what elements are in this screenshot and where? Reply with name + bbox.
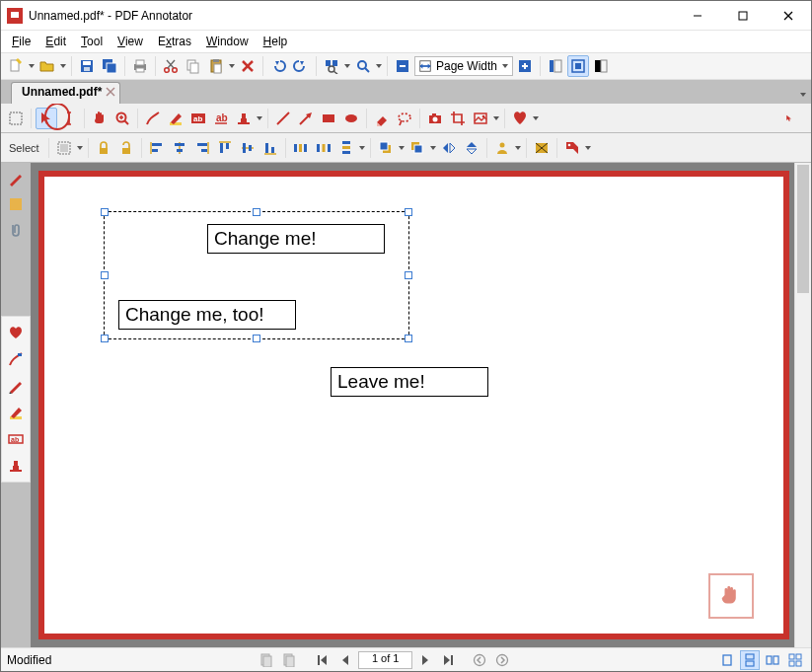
underline-tool[interactable]: ab [210,108,232,129]
text-tool[interactable]: ab [187,108,209,129]
nav-back-button[interactable] [470,650,489,670]
lv-note-icon[interactable] [4,192,28,216]
lv2-heart-icon[interactable] [4,320,28,345]
favorites-tool[interactable] [509,108,531,129]
document-tab[interactable]: Unnamed.pdf* [11,82,120,104]
group-dropdown[interactable] [514,137,522,159]
sel-handle-tl[interactable] [101,208,109,216]
stamp-tool[interactable] [233,108,255,129]
lv2-textbox-icon[interactable]: ab [4,426,28,452]
menu-window[interactable]: Window [200,33,255,50]
paste-button[interactable] [205,55,227,77]
tabbar-dropdown[interactable] [799,84,807,106]
view-continuous-button[interactable] [740,650,760,670]
send-back-dropdown[interactable] [429,137,437,159]
align-top-button[interactable] [214,137,236,159]
new-dropdown[interactable] [28,55,36,77]
pointer-tool[interactable] [36,108,57,129]
menu-edit[interactable]: Edit [39,33,72,50]
align-center-h-button[interactable] [169,137,190,159]
find-dropdown[interactable] [343,55,351,77]
sb-page-icon2[interactable] [279,650,299,670]
search-dropdown[interactable] [375,55,383,77]
image-dropdown[interactable] [492,108,500,129]
menu-help[interactable]: Help [258,33,294,50]
open-dropdown[interactable] [59,55,67,77]
tab-close-icon[interactable] [106,87,115,97]
view-grid-button[interactable] [785,650,805,670]
textbox-1[interactable]: Change me! [207,224,385,254]
bring-front-button[interactable] [375,137,397,159]
lv-pen-icon[interactable] [4,167,28,190]
delete-button[interactable] [237,55,258,77]
cut-button[interactable] [160,55,182,77]
sel-handle-bl[interactable] [101,335,109,342]
crop-tool[interactable] [447,108,469,129]
tag-dropdown[interactable] [584,137,592,159]
distribute-v-button[interactable] [335,137,357,159]
highlighter-tool[interactable] [165,108,186,129]
tag-button[interactable] [561,137,583,159]
sel-handle-tc[interactable] [253,208,260,216]
save-as-button[interactable] [99,55,120,77]
find-button[interactable] [321,55,342,77]
view-single-button[interactable] [717,650,737,670]
distribute-h-button[interactable] [290,137,312,159]
zoom-in-button[interactable] [514,55,536,77]
unlock-button[interactable] [115,137,137,159]
flip-v-button[interactable] [461,137,482,159]
zoom-tool[interactable] [111,108,133,129]
lv2-curve-icon[interactable] [4,346,28,372]
sb-page-icon1[interactable] [257,650,276,670]
undo-button[interactable] [267,55,289,77]
align-right-button[interactable] [191,137,213,159]
textbox-3[interactable]: Leave me! [331,367,488,397]
lv2-pencil-icon[interactable] [4,373,28,399]
nav-forward-button[interactable] [492,650,512,670]
paste-dropdown[interactable] [228,55,236,77]
lock-button[interactable] [93,137,114,159]
text-cursor-tool[interactable] [58,108,80,129]
pan-tool[interactable] [89,108,111,129]
copy-button[interactable] [183,55,204,77]
sel-handle-ml[interactable] [101,271,109,279]
flatten-button[interactable] [531,137,553,159]
next-page-button[interactable] [415,650,435,670]
half-view-button[interactable] [590,55,612,77]
bring-front-dropdown[interactable] [398,137,406,159]
print-button[interactable] [129,55,151,77]
lv2-highlighter-icon[interactable] [4,400,28,425]
zoom-out-button[interactable] [392,55,413,77]
textbox-2[interactable]: Change me, too! [118,300,296,330]
menu-file[interactable]: File [6,33,37,50]
align-bottom-button[interactable] [259,137,281,159]
hand-button[interactable] [708,573,754,619]
sel-handle-br[interactable] [405,335,412,342]
rect-select-tool[interactable] [5,108,27,129]
group-button[interactable] [491,137,513,159]
save-button[interactable] [76,55,98,77]
first-page-button[interactable] [313,650,332,670]
scrollbar-thumb[interactable] [797,165,809,293]
close-button[interactable] [766,1,811,31]
open-button[interactable] [37,55,58,77]
view-two-page-button[interactable] [763,650,782,670]
search-button[interactable] [352,55,374,77]
favorites-dropdown[interactable] [532,108,540,129]
arrow-tool[interactable] [295,108,317,129]
sidebar-toggle-button[interactable] [545,55,566,77]
page[interactable]: Change me! Change me, too! Leave me! [44,177,783,634]
redo-button[interactable] [290,55,312,77]
new-button[interactable] [5,55,27,77]
distribute-dropdown[interactable] [358,137,366,159]
select-all-button[interactable] [53,137,75,159]
zoom-combo[interactable]: Page Width [414,56,513,76]
ellipse-tool[interactable] [340,108,362,129]
prev-page-button[interactable] [335,650,355,670]
align-middle-v-button[interactable] [237,137,258,159]
send-back-button[interactable] [406,137,428,159]
flip-h-button[interactable] [438,137,460,159]
page-input[interactable]: 1 of 1 [358,651,412,669]
menu-view[interactable]: View [111,33,149,50]
maximize-button[interactable] [720,1,766,31]
